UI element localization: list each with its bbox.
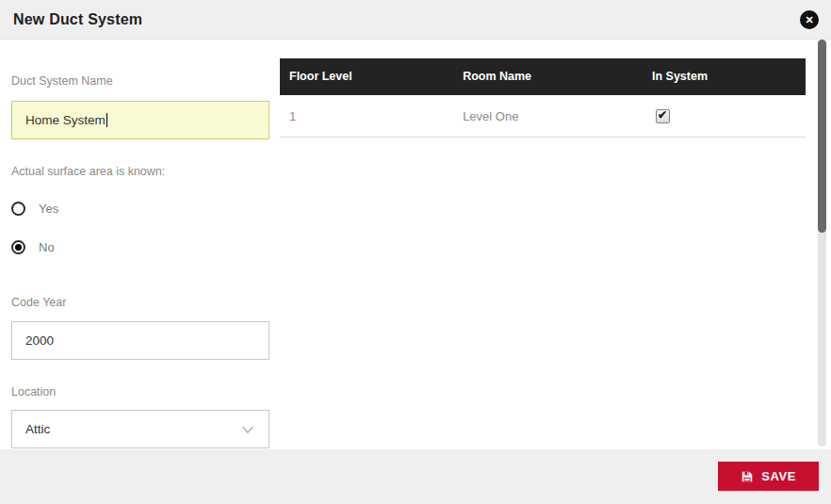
location-label: Location [11, 385, 269, 399]
column-floor-level: Floor Level [280, 58, 453, 95]
floppy-disk-icon [741, 470, 754, 483]
chevron-down-icon [240, 422, 255, 437]
code-year-label: Code Year [11, 296, 269, 310]
save-button-label: SAVE [761, 469, 796, 483]
rooms-table: Floor Level Room Name In System 1 Level … [280, 58, 806, 138]
modal-header: New Duct System ✕ [0, 0, 831, 40]
surface-area-no-label: No [39, 240, 55, 254]
duct-system-name-value: Home System [25, 113, 106, 127]
table-row: 1 Level One [280, 95, 806, 138]
radio-checked-icon[interactable] [11, 240, 25, 254]
duct-system-form: Duct System Name Home System Actual surf… [11, 41, 269, 448]
code-year-input[interactable]: 2000 [11, 321, 269, 360]
surface-area-option-yes[interactable]: Yes [11, 201, 269, 216]
duct-system-name-input[interactable]: Home System [11, 101, 269, 139]
scrollbar-thumb[interactable] [818, 40, 826, 233]
modal-title: New Duct System [13, 11, 142, 28]
column-room-name: Room Name [453, 58, 643, 95]
surface-area-yes-label: Yes [39, 202, 58, 216]
code-year-value: 2000 [25, 333, 54, 348]
location-value: Attic [25, 422, 50, 436]
floor-level-cell: 1 [280, 95, 453, 138]
surface-area-label: Actual surface area is known: [11, 165, 269, 179]
save-button[interactable]: SAVE [718, 462, 819, 491]
table-header-row: Floor Level Room Name In System [280, 58, 806, 95]
in-system-cell [643, 95, 806, 138]
close-button[interactable]: ✕ [800, 10, 819, 29]
radio-unchecked-icon[interactable] [11, 202, 25, 216]
location-select[interactable]: Attic [11, 410, 269, 448]
in-system-checkbox[interactable] [656, 109, 670, 123]
room-name-cell: Level One [453, 95, 643, 138]
column-in-system: In System [643, 58, 806, 95]
modal-footer: SAVE [0, 449, 831, 504]
surface-area-option-no[interactable]: No [11, 239, 269, 254]
duct-system-name-label: Duct System Name [11, 74, 269, 89]
new-duct-system-modal: New Duct System ✕ Duct System Name Home … [0, 0, 831, 504]
text-cursor [106, 113, 107, 127]
circle-x-icon: ✕ [805, 14, 813, 24]
